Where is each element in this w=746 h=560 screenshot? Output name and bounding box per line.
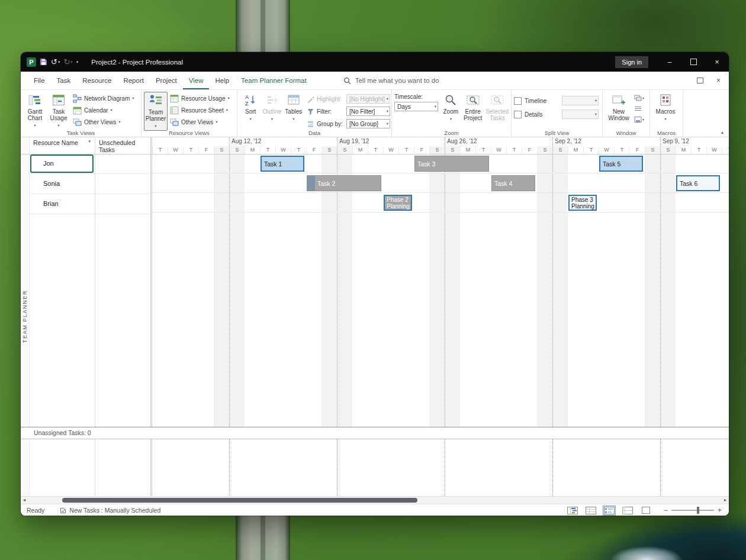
chevron-down-icon: ▾ [664,115,666,122]
tell-me-search[interactable]: Tell me what you want to do [343,77,439,85]
hide-window-button[interactable]: ▾ [634,115,644,124]
group-by-select: [No Group]▾ [346,119,390,128]
tab-view[interactable]: View [183,72,210,89]
day-letter: T [691,146,706,154]
statusbar-right: − + [566,506,729,516]
undo-button[interactable]: ↺▾ [51,57,60,66]
maximize-button[interactable] [681,52,705,72]
zoom-slider-thumb[interactable] [697,507,699,514]
zoom-slider[interactable] [671,510,714,511]
task-bar[interactable]: Task 5 [599,156,643,172]
column-divider[interactable] [95,137,95,427]
calendar-button[interactable]: Calendar ▾ [73,105,134,115]
tab-project[interactable]: Project [150,72,183,89]
chevron-down-icon: ▾ [387,109,388,114]
sort-button[interactable]: AZ Sort ▾ [240,92,261,123]
tab-file[interactable]: File [21,72,51,89]
day-letter: S [445,146,460,154]
document-restore-icon[interactable] [697,78,703,83]
gantt-view-shortcut[interactable] [566,506,579,516]
other-views-icon [73,118,82,127]
task-bar[interactable]: Task 3 [414,156,489,172]
resource-sheet-button[interactable]: Resource Sheet ▾ [170,105,230,115]
tab-team-planner-format[interactable]: Team Planner Format [235,72,313,89]
chart-area[interactable]: Task 1Task 3Task 5Task 2Task 4Task 6Phas… [152,154,729,427]
task-bar[interactable]: Task 2 [307,175,381,191]
task-bar[interactable]: Phase 3 Planning [568,195,597,211]
weekend-shading [429,154,445,427]
timeline-checkbox[interactable] [514,97,522,105]
collapse-ribbon-icon[interactable]: ▴ [721,130,724,135]
day-letter: T [583,146,599,154]
details-checkbox[interactable] [514,111,522,118]
macros-button[interactable]: Macros ▾ [652,92,679,123]
entire-project-button[interactable]: Entire Project [461,92,485,123]
other-views-button[interactable]: Other Views ▾ [73,117,134,127]
unscheduled-tasks-header[interactable]: Unscheduled Tasks [95,137,150,154]
tab-resource[interactable]: Resource [76,72,117,89]
switch-windows-button[interactable]: ▾ [634,94,644,102]
arrange-all-button[interactable] [634,104,644,113]
tab-help[interactable]: Help [209,72,235,89]
zoom-in-button[interactable]: + [718,507,722,514]
group-by-row: Group by: [No Group]▾ [307,118,390,129]
weekend-shading [229,154,245,427]
task-bar[interactable]: Task 4 [491,175,535,191]
sign-in-button[interactable]: Sign in [615,56,648,68]
resource-row[interactable]: Jon [29,154,150,174]
chevron-down-icon[interactable]: ▾ [88,139,91,144]
tab-report[interactable]: Report [117,72,150,89]
calendar-icon [73,106,82,115]
tab-task[interactable]: Task [51,72,77,89]
split-view-shortcut[interactable] [639,506,652,516]
resource-sheet-view-shortcut[interactable] [621,506,634,516]
resource-usage-button[interactable]: Resource Usage ▾ [170,93,230,104]
button-label: Zoom [443,108,458,115]
team-planner-button[interactable]: Team Planner ▾ [144,92,168,131]
resource-row[interactable]: Sonia [29,174,150,194]
view-name-label: TEAM PLANNER [22,290,28,343]
scroll-right-arrow[interactable]: ▸ [724,497,726,504]
task-usage-view-shortcut[interactable] [584,506,597,516]
task-bar[interactable]: Task 1 [261,156,304,172]
team-planner-icon [149,94,163,108]
project-app-icon[interactable]: P [27,57,36,67]
scroll-left-arrow[interactable]: ◂ [23,497,25,504]
weekend-shading [321,154,337,427]
resource-name-header[interactable]: Resource Name ▾ [29,137,95,154]
pane-divider[interactable] [150,137,151,427]
lower-chart-area [152,439,729,496]
scrollbar-thumb[interactable] [62,498,417,503]
customize-qat-button[interactable]: ▾ [76,60,79,65]
timescale-select[interactable]: Days▾ [394,102,438,111]
day-letter: W [383,146,398,154]
horizontal-scrollbar[interactable]: ◂ ▸ [21,496,729,504]
filter-select[interactable]: [No Filter]▾ [346,107,390,116]
task-usage-button[interactable]: Task Usage ▾ [47,92,70,130]
tables-button[interactable]: Tables ▾ [283,92,304,123]
gantt-chart-button[interactable]: Gantt Chart ▾ [23,92,47,130]
close-button[interactable]: × [705,52,729,72]
task-bar[interactable]: Task 6 [676,175,720,191]
new-tasks-mode[interactable]: New Tasks : Manually Scheduled [60,507,160,514]
document-close-icon[interactable]: × [716,76,721,85]
network-diagram-button[interactable]: Network Diagram ▾ [73,93,134,104]
other-views-button-2[interactable]: Other Views ▾ [170,117,230,127]
resource-rows: JonSoniaBrian [29,154,150,214]
resource-row[interactable]: Brian [29,194,150,214]
save-button[interactable] [40,58,47,66]
redo-button[interactable]: ↻▾ [63,57,72,66]
zoom-button[interactable]: Zoom ▾ [440,92,461,123]
unassigned-tasks-row[interactable]: Unassigned Tasks: 0 [21,427,729,439]
team-planner-view-shortcut[interactable] [603,506,616,516]
chevron-down-icon: ▾ [111,108,112,112]
task-bar[interactable]: Phase 2 Planning [384,195,412,211]
resource-sheet-view-icon [622,507,633,514]
new-window-button[interactable]: New Window [605,92,632,123]
status-ready: Ready [27,507,44,514]
window-small-buttons: ▾ ▾ [634,94,644,124]
row-separator [152,173,729,173]
pane-divider-lower-2 [152,439,152,496]
zoom-out-button[interactable]: − [664,507,668,514]
minimize-button[interactable]: – [658,52,681,72]
